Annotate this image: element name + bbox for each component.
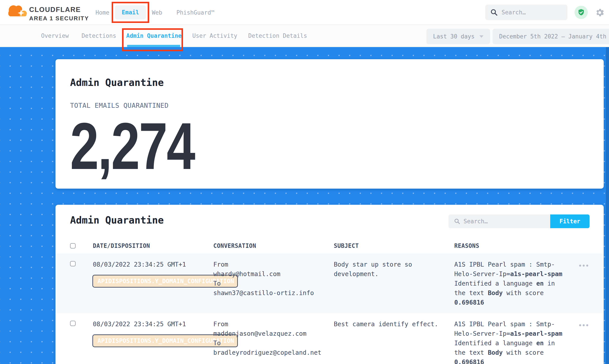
active-tab-underline [127,45,180,47]
reason-text-bold: Body [488,289,503,297]
metric-label: TOTAL EMAILS QUARANTINED [70,102,589,109]
nav-item-phishguard[interactable]: PhishGuard™ [176,9,215,16]
column-header-date: DATE/DISPOSITION [93,243,213,249]
nav-item-email[interactable]: Email [115,5,146,19]
select-all-checkbox[interactable] [70,243,76,248]
table-search[interactable] [448,214,550,228]
cell-date: 08/03/2022 23:34:25 GMT+1 [93,260,213,313]
tab-user-activity[interactable]: User Activity [192,32,237,39]
cell-conversation: From maddenjason@velazquez.com To bradle… [213,319,334,364]
quarantine-table-card: Admin Quarantine Filter DATE/DISPOSITION [55,205,604,364]
table-row: 08/03/2022 23:34:25 GMT+1 From whardy@ho… [55,254,604,313]
table-header-row: DATE/DISPOSITION CONVERSATION SUBJECT RE… [55,238,604,254]
summary-card-title: Admin Quarantine [70,77,589,88]
cell-subject: Body star up store so development. [334,260,454,313]
main-content: Admin Quarantine TOTAL EMAILS QUARANTINE… [0,47,609,364]
nav-item-web[interactable]: Web [152,9,162,16]
reason-text: with score [503,349,543,356]
conversation-from-label: From [213,260,323,269]
global-search[interactable] [485,5,568,20]
row-checkbox[interactable] [70,261,76,266]
conversation-to-address: bradleyrodriguez@copeland.net [213,348,323,357]
search-icon [490,8,498,16]
time-range-label: Last 30 days [433,33,474,40]
email-sub-nav: Overview Detections Admin Quarantine Use… [0,26,609,47]
settings-gear-icon[interactable] [595,8,605,18]
table-search-input[interactable] [463,218,539,225]
summary-card: Admin Quarantine TOTAL EMAILS QUARANTINE… [55,59,604,189]
reason-text-bold: 0.696816 [454,299,484,306]
date-range-display[interactable]: December 5th 2022 — January 4th 2023 [492,29,609,44]
conversation-to-address: shawn37@castillo-ortiz.info [213,288,323,298]
row-actions-menu[interactable] [579,265,604,267]
tab-overview[interactable]: Overview [41,32,69,39]
quarantine-card-header: Admin Quarantine Filter [55,205,604,228]
conversation-from-label: From [213,319,323,329]
chevron-down-icon [479,35,483,38]
cell-subject: Best camera identify effect. [334,319,454,364]
cell-reasons: A1S IPBL Pearl spam : Smtp-Helo-Server-I… [454,260,579,313]
column-header-conversation: CONVERSATION [213,243,334,249]
reason-text-bold: 0.696816 [454,358,484,364]
reason-text: with score [503,289,543,297]
cell-reasons: A1S IPBL Pearl spam : Smtp-Helo-Server-I… [454,319,579,364]
metric-value: 2,274 [70,115,475,177]
column-header-subject: SUBJECT [334,243,454,249]
reason-text-bold: Body [488,349,503,356]
reason-text: Identified a language [454,280,536,287]
protection-status-badge[interactable] [575,6,588,19]
conversation-from-address: whardy@hotmail.com [213,269,323,279]
screen: CLOUDFLARE AREA 1 SECURITY Home Email We… [0,0,609,364]
brand-subname: AREA 1 SECURITY [29,15,89,22]
row-checkbox[interactable] [70,321,76,326]
reason-text-bold: a1s-pearl-spam [510,330,562,337]
brand-text: CLOUDFLARE AREA 1 SECURITY [29,2,89,22]
row-actions-menu[interactable] [579,324,604,326]
reason-text: Identified a language [454,339,536,347]
date-range-text: December 5th 2022 — January 4th 2023 [499,33,609,40]
filter-button[interactable]: Filter [550,214,590,228]
quarantine-card-title: Admin Quarantine [70,214,164,226]
shield-check-icon [577,8,585,16]
cloudflare-cloud-icon [6,2,27,20]
cloudflare-logo: CLOUDFLARE AREA 1 SECURITY [6,2,89,22]
tab-admin-quarantine[interactable]: Admin Quarantine [126,32,181,39]
table-search-filter: Filter [448,214,590,228]
top-bar: CLOUDFLARE AREA 1 SECURITY Home Email We… [0,0,609,25]
table-row: 08/03/2022 23:34:25 GMT+1 From maddenjas… [55,313,604,364]
cell-date: 08/03/2022 23:34:25 GMT+1 [93,319,213,364]
nav-item-home[interactable]: Home [95,9,109,16]
conversation-from-address: maddenjason@velazquez.com [213,329,323,338]
reason-text-bold: a1s-pearl-spam [510,270,562,278]
scrollbar[interactable] [606,47,609,364]
column-header-reasons: REASONS [454,243,579,249]
reason-text-bold: en [536,280,544,287]
time-range-dropdown[interactable]: Last 30 days [426,29,490,44]
tab-detection-details[interactable]: Detection Details [248,32,307,39]
conversation-to-label: To [213,338,323,348]
cell-conversation: From whardy@hotmail.com To shawn37@casti… [213,260,334,313]
tab-detections[interactable]: Detections [81,32,116,39]
search-icon [454,218,460,225]
conversation-to-label: To [213,279,323,288]
reason-text-bold: en [536,339,544,347]
global-search-input[interactable] [501,9,563,16]
brand-name: CLOUDFLARE [29,6,89,14]
